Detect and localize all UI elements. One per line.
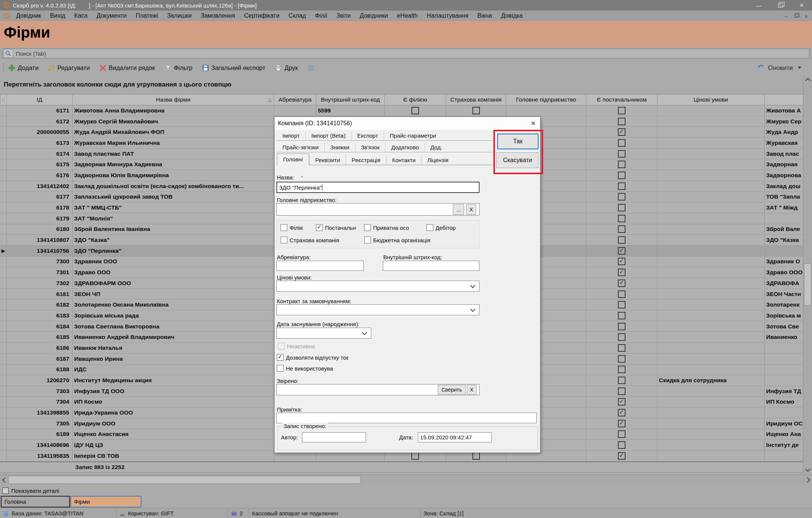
private-person-checkbox[interactable]: Приватна осо	[364, 224, 423, 231]
filter-button[interactable]: Фільтр	[165, 64, 193, 71]
menu-item[interactable]: Налаштування	[422, 12, 473, 19]
supplier-checkbox[interactable]	[618, 430, 625, 438]
print-button[interactable]: Друк	[275, 64, 298, 71]
branch-checkbox[interactable]: Філія	[281, 224, 303, 231]
dialog-tab[interactable]: Контакти	[386, 156, 421, 165]
main-company-clear-button[interactable]: X	[466, 204, 476, 215]
menu-item[interactable]: Довідник	[12, 12, 46, 19]
supplier-checkbox[interactable]	[618, 409, 625, 416]
supplier-checkbox[interactable]	[618, 225, 625, 233]
dialog-tab[interactable]: Зв'язок	[355, 143, 386, 152]
col-is-branch[interactable]: Є філією	[385, 94, 446, 105]
verified-input[interactable]: Сверить X	[276, 384, 480, 395]
main-company-browse-button[interactable]: ...	[453, 204, 464, 215]
vertical-scrollbar[interactable]	[803, 75, 812, 474]
branch-checkbox[interactable]	[411, 107, 419, 114]
menu-item[interactable]: Замовлення	[196, 12, 240, 19]
menu-item[interactable]: Довідники	[355, 12, 392, 19]
supplier-checkbox[interactable]	[618, 215, 625, 222]
supplier-checkbox[interactable]	[618, 139, 625, 147]
col-indicator[interactable]: ⁞⁞	[0, 94, 7, 105]
show-details-checkbox[interactable]	[2, 488, 9, 494]
supplier-checkbox[interactable]	[618, 441, 625, 449]
col-abbreviation[interactable]: Абревіатура	[274, 94, 316, 105]
insurance-checkbox[interactable]	[472, 452, 480, 460]
col-is-supplier[interactable]: Є постачальником	[586, 94, 657, 105]
menu-item[interactable]: Сертифікати	[240, 12, 284, 19]
toolbar-drag-handle[interactable]	[2, 63, 4, 73]
delete-row-button[interactable]: Видалити рядок	[100, 64, 155, 71]
vertical-scroll-thumb[interactable]	[804, 263, 811, 305]
supplier-checkbox[interactable]	[618, 118, 625, 125]
contract-select[interactable]	[276, 304, 480, 315]
supplier-checkbox[interactable]	[618, 344, 625, 352]
add-button[interactable]: Додати	[9, 64, 38, 71]
supplier-checkbox[interactable]	[618, 377, 625, 384]
col-insurance[interactable]: Страхова компанія	[446, 94, 506, 105]
columns-grid-icon[interactable]	[308, 65, 314, 71]
export-button[interactable]: Загальний експорт	[202, 64, 266, 71]
tab-home[interactable]: Головна	[1, 496, 70, 507]
dialog-tab[interactable]: Головні	[277, 153, 309, 165]
allow-dispense-checkbox[interactable]: Дозволяти відпустку това	[277, 354, 348, 361]
col-firm-name[interactable]: Назва фірми△	[73, 94, 274, 105]
edit-button[interactable]: Редагувати	[48, 64, 90, 71]
col-id[interactable]: ІД	[7, 94, 73, 105]
dialog-tab[interactable]: Прайс-параметри	[384, 131, 442, 140]
supplier-checkbox[interactable]	[618, 301, 625, 308]
menu-item[interactable]: Довідка	[496, 12, 527, 19]
mdi-close-button[interactable]: x	[805, 13, 808, 19]
abbr-input[interactable]	[276, 261, 364, 271]
minimize-button[interactable]: —	[756, 2, 762, 9]
supplier-checkbox[interactable]	[618, 204, 625, 211]
scroll-left-button[interactable]	[0, 475, 8, 485]
mdi-minimize-button[interactable]: –	[785, 13, 787, 19]
col-barcode[interactable]: Внутрішній штрих-код	[316, 94, 385, 105]
supplier-checkbox[interactable]	[618, 290, 625, 298]
horizontal-scrollbar[interactable]	[0, 475, 812, 485]
menu-item[interactable]: Склад	[284, 12, 310, 19]
verify-button[interactable]: Сверить	[438, 385, 466, 395]
dialog-tab[interactable]: Прайс-зв'язки	[277, 143, 324, 152]
main-company-input[interactable]: ... X	[276, 203, 480, 216]
dialog-close-icon[interactable]: ×	[531, 120, 536, 127]
menu-item[interactable]: Документи	[92, 12, 131, 19]
supplier-checkbox[interactable]	[618, 107, 625, 114]
menu-item[interactable]: Звіти	[332, 12, 355, 19]
col-extra[interactable]	[765, 94, 804, 105]
insurance-checkbox[interactable]: Страхова компанія	[281, 237, 339, 243]
price-terms-select[interactable]	[276, 281, 480, 292]
dialog-tab[interactable]: Реєстрація	[346, 156, 386, 165]
supplier-checkbox[interactable]	[618, 312, 625, 319]
dialog-tab[interactable]: Експорт	[351, 131, 384, 140]
founded-date-select[interactable]	[276, 328, 371, 339]
note-input[interactable]	[276, 413, 537, 423]
supplier-checkbox[interactable]	[618, 280, 625, 287]
dialog-tab[interactable]: Дод.	[425, 143, 448, 152]
barcode-input[interactable]	[383, 261, 480, 271]
supplier-checkbox[interactable]	[618, 193, 625, 201]
supplier-checkbox[interactable]	[618, 258, 625, 265]
dialog-tab[interactable]: Імпорт	[277, 131, 305, 140]
dialog-tab[interactable]: Імпорт (Beta)	[305, 131, 351, 140]
dialog-tab[interactable]: Ліцензія	[421, 156, 454, 165]
scroll-right-button[interactable]	[804, 475, 812, 485]
date-input[interactable]: 15.09.2020 09:42:47	[418, 432, 492, 442]
refresh-dropdown-caret[interactable]	[798, 67, 801, 69]
dialog-tab[interactable]: Додатково	[385, 143, 424, 152]
verified-clear-button[interactable]: X	[467, 385, 477, 395]
horizontal-scroll-thumb[interactable]	[8, 476, 361, 484]
mdi-restore-button[interactable]	[794, 14, 798, 18]
insurance-checkbox[interactable]	[472, 107, 480, 114]
branch-checkbox[interactable]	[411, 452, 419, 460]
search-input[interactable]	[14, 50, 809, 57]
supplier-checkbox[interactable]	[618, 355, 625, 363]
supplier-checkbox[interactable]	[618, 269, 625, 276]
not-use-checkbox[interactable]: Не використовува	[277, 365, 333, 372]
restore-button[interactable]	[778, 3, 783, 8]
menu-item[interactable]: Каса	[70, 12, 92, 19]
supplier-checkbox[interactable]	[618, 420, 625, 427]
supplier-checkbox[interactable]	[618, 128, 625, 136]
supplier-checkbox[interactable]	[618, 323, 625, 330]
supplier-checkbox[interactable]	[618, 172, 625, 179]
